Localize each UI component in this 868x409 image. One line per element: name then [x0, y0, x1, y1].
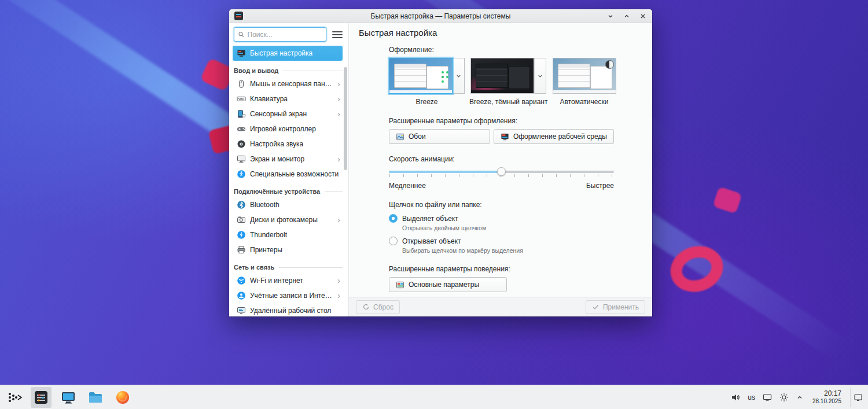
sidebar-item-keyboard[interactable]: Клавиатура › — [233, 91, 343, 106]
sidebar-item-accessibility[interactable]: Специальные возможности — [233, 167, 343, 182]
theme-label: Автоматически — [560, 98, 609, 106]
radio-open-object[interactable]: Открывает объект — [389, 237, 643, 245]
quick-settings-icon — [236, 49, 246, 58]
settings-content: Быстрая настройка Оформление: — [348, 23, 652, 316]
sidebar-section-input-output: Ввод и вывод — [234, 67, 343, 74]
application-launcher-button[interactable] — [5, 388, 24, 407]
camera-drive-icon — [236, 215, 246, 225]
search-input[interactable] — [248, 31, 322, 39]
titlebar[interactable]: Быстрая настройка — Параметры системы — [229, 9, 652, 23]
sidebar-item-mouse[interactable]: Мышь и сенсорная панель › — [233, 76, 343, 91]
sidebar-item-wifi[interactable]: Wi-Fi и интернет › — [233, 273, 343, 288]
volume-icon[interactable] — [731, 393, 740, 402]
audio-icon — [236, 139, 246, 149]
radio-button-unchecked[interactable] — [389, 237, 398, 245]
radio-select-subtext: Открывать двойным щелчком — [402, 224, 643, 231]
theme-card-breeze[interactable]: Breeze — [389, 58, 465, 106]
system-settings-icon — [34, 390, 49, 405]
chevron-right-icon: › — [337, 291, 340, 301]
sidebar-section-network: Сеть и связь — [234, 264, 343, 271]
desktop-theme-button[interactable]: Оформление рабочей среды — [494, 129, 614, 144]
theme-preview-automatic[interactable] — [553, 58, 616, 94]
sidebar-item-quick-settings[interactable]: Быстрая настройка — [233, 46, 343, 61]
clock-widget[interactable]: 20:17 28.10.2025 — [812, 390, 841, 404]
taskbar: us 20:17 28.10.2025 — [0, 385, 868, 409]
keyboard-icon — [236, 94, 246, 104]
wifi-icon — [236, 276, 246, 286]
slider-fast-label: Быстрее — [586, 182, 614, 190]
general-behavior-button[interactable]: Основные параметры — [389, 277, 507, 292]
clock-time: 20:17 — [812, 390, 841, 398]
remote-desktop-icon — [236, 306, 246, 316]
slider-handle[interactable] — [497, 167, 506, 176]
accessibility-icon — [236, 170, 246, 179]
hamburger-menu-button[interactable] — [330, 28, 345, 42]
taskbar-task-firefox[interactable] — [112, 387, 133, 408]
system-tray: us 20:17 28.10.2025 — [731, 388, 865, 407]
clock-date: 28.10.2025 — [812, 398, 841, 405]
wallpaper-button[interactable]: Обои — [389, 129, 490, 144]
theme-label: Breeze, тёмный вариант — [469, 98, 548, 106]
sidebar-scrollbar[interactable] — [344, 67, 347, 170]
search-icon — [238, 31, 245, 38]
show-desktop-button[interactable] — [850, 388, 865, 407]
sidebar-item-disks-cameras[interactable]: Диски и фотокамеры › — [233, 212, 343, 227]
taskbar-task-app[interactable] — [58, 387, 79, 408]
keyboard-layout-indicator[interactable]: us — [748, 393, 755, 401]
sidebar-item-audio[interactable]: Настройка звука — [233, 137, 343, 152]
tray-expand-icon[interactable] — [796, 394, 803, 401]
search-field[interactable] — [234, 27, 326, 42]
firefox-icon — [115, 390, 130, 405]
gamepad-icon — [236, 124, 246, 134]
apply-button[interactable]: Применить — [586, 300, 645, 314]
sidebar-item-touchscreen[interactable]: Сенсорный экран › — [233, 106, 343, 121]
system-settings-window: Быстрая настройка — Параметры системы — [229, 9, 652, 316]
sidebar-item-game-controller[interactable]: Игровой контроллер — [233, 121, 343, 137]
sidebar-item-thunderbolt[interactable]: Thunderbolt — [233, 227, 343, 242]
radio-select-object[interactable]: Выделяет объект — [389, 214, 643, 223]
animation-speed-group: Скорость анимации: Медленнее Быстрее — [389, 155, 643, 190]
reset-button[interactable]: Сброс — [356, 300, 400, 314]
chevron-right-icon: › — [337, 79, 340, 89]
check-icon — [592, 303, 599, 311]
taskbar-task-system-settings[interactable] — [31, 387, 52, 408]
maximize-button[interactable] — [623, 12, 631, 20]
show-desktop-icon — [854, 393, 863, 402]
monitor-app-icon — [61, 390, 76, 405]
animation-speed-label: Скорость анимации: — [389, 155, 643, 163]
auto-theme-badge-icon — [605, 60, 614, 69]
chevron-right-icon: › — [337, 94, 340, 104]
bluetooth-icon — [236, 200, 246, 210]
settings-sidebar: Быстрая настройка Ввод и вывод Мышь и се… — [229, 23, 348, 316]
theme-card-automatic[interactable]: Автоматически — [553, 58, 616, 106]
theme-dropdown-breeze[interactable] — [453, 58, 465, 94]
chevron-right-icon: › — [337, 215, 340, 225]
theme-preview-breeze-dark[interactable] — [470, 58, 534, 94]
sidebar-item-printers[interactable]: Принтеры — [233, 242, 343, 257]
printer-icon — [236, 245, 246, 255]
chevron-down-icon — [455, 73, 462, 79]
sidebar-item-remote-desktop[interactable]: Удалённый рабочий стол — [233, 303, 343, 316]
online-accounts-icon — [236, 291, 246, 301]
radio-button-checked[interactable] — [389, 214, 398, 223]
brightness-icon[interactable] — [779, 393, 789, 402]
animation-speed-slider[interactable] — [389, 167, 614, 178]
click-behavior-label: Щелчок по файлу или папке: — [389, 201, 643, 209]
sidebar-list: Быстрая настройка Ввод и вывод Мышь и се… — [229, 45, 348, 316]
sidebar-item-display[interactable]: Экран и монитор › — [233, 152, 343, 167]
sidebar-item-bluetooth[interactable]: Bluetooth — [233, 197, 343, 212]
theme-preview-breeze[interactable] — [389, 58, 453, 94]
app-launcher-icon — [6, 389, 23, 406]
page-title: Быстрая настройка — [349, 23, 652, 42]
content-footer: Сброс Применить — [349, 297, 652, 316]
display-tray-icon[interactable] — [763, 393, 772, 402]
minimize-button[interactable] — [606, 12, 615, 20]
theme-dropdown-breeze-dark[interactable] — [534, 58, 546, 94]
desktop-wallpaper: Быстрая настройка — Параметры системы — [0, 0, 868, 409]
theme-card-breeze-dark[interactable]: Breeze, тёмный вариант — [469, 58, 548, 106]
click-behavior-group: Щелчок по файлу или папке: Выделяет объе… — [389, 201, 643, 254]
sidebar-item-online-accounts[interactable]: Учётные записи в Интерне... › — [233, 288, 343, 303]
close-button[interactable] — [639, 12, 647, 20]
theme-label: Breeze — [415, 98, 437, 106]
taskbar-task-file-manager[interactable] — [85, 387, 106, 408]
